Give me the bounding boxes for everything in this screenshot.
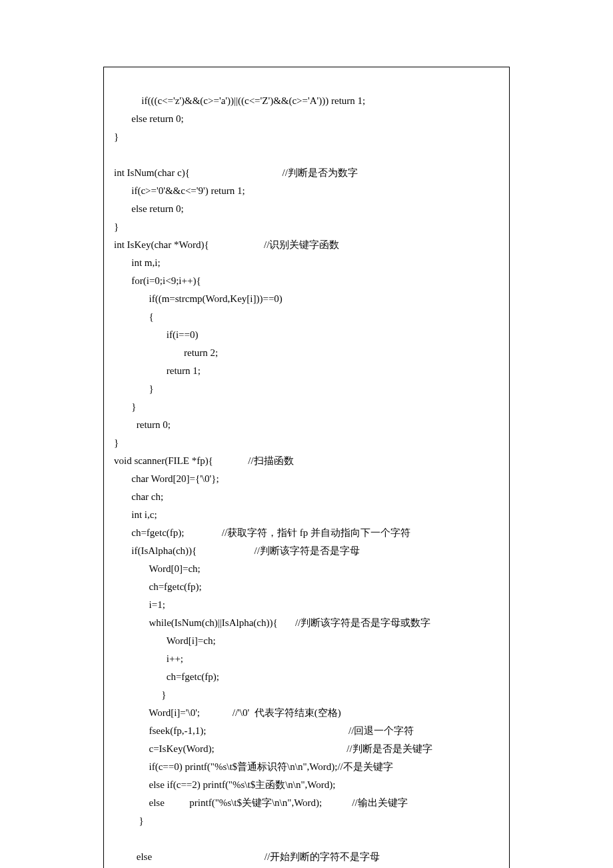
code-line: }	[114, 221, 119, 232]
code-line: void scanner(FILE *fp){ //扫描函数	[114, 455, 294, 466]
code-line: else return 0;	[114, 113, 184, 124]
code-line: while(IsNum(ch)||IsAlpha(ch)){ //判断该字符是否…	[114, 617, 430, 628]
code-line: if(i==0)	[114, 329, 199, 340]
code-line: if(c>='0'&&c<='9') return 1;	[114, 185, 245, 196]
code-line: else return 0;	[114, 203, 184, 214]
code-line: return 1;	[114, 365, 201, 376]
code-line: {	[114, 311, 154, 322]
code-line: else printf("%s\t$关键字\n\n",Word); //输出关键…	[114, 797, 408, 808]
code-line: ch=fgetc(fp); //获取字符，指针 fp 并自动指向下一个字符	[114, 527, 410, 538]
code-line: return 0;	[114, 419, 171, 430]
code-line: else if(c==2) printf("%s\t$主函数\n\n",Word…	[114, 779, 335, 790]
code-line: }	[114, 815, 144, 826]
code-line: int IsKey(char *Word){ //识别关键字函数	[114, 239, 339, 250]
code-line: c=IsKey(Word); //判断是否是关键字	[114, 743, 432, 754]
code-line: if((m=strcmp(Word,Key[i]))==0)	[114, 293, 283, 304]
code-line: Word[i]='\0'; //'\0' 代表字符结束(空格)	[114, 707, 341, 718]
code-line: }	[114, 131, 119, 142]
code-line: i++;	[114, 653, 183, 664]
code-line: ch=fgetc(fp);	[114, 671, 219, 682]
code-line: Word[i]=ch;	[114, 635, 216, 646]
code-listing-box: if(((c<='z')&&(c>='a'))||((c<='Z')&&(c>=…	[103, 67, 510, 868]
code-line: if(((c<='z')&&(c>='a'))||((c<='Z')&&(c>=…	[124, 95, 365, 106]
code-line: fseek(fp,-1,1); //回退一个字符	[114, 725, 414, 736]
code-line: if(IsAlpha(ch)){ //判断该字符是否是字母	[114, 545, 360, 556]
code-line: if(c==0) printf("%s\t$普通标识符\n\n",Word);/…	[114, 761, 393, 772]
code-line: int i,c;	[114, 509, 157, 520]
code-line: int IsNum(char c){ //判断是否为数字	[114, 167, 358, 178]
code-line: char ch;	[114, 491, 163, 502]
code-line: for(i=0;i<9;i++){	[114, 275, 201, 286]
code-line: char Word[20]={'\0'};	[114, 473, 219, 484]
code-line: int m,i;	[114, 257, 161, 268]
code-line: else //开始判断的字符不是字母	[114, 851, 380, 862]
code-line: }	[114, 401, 136, 412]
code-line: Word[0]=ch;	[114, 563, 201, 574]
code-line: ch=fgetc(fp);	[114, 581, 202, 592]
code-line: }	[114, 689, 166, 700]
code-line: }	[114, 383, 154, 394]
code-line: i=1;	[114, 599, 165, 610]
code-line: return 2;	[114, 347, 218, 358]
code-line: }	[114, 437, 119, 448]
document-page: if(((c<='z')&&(c>='a'))||((c<='Z')&&(c>=…	[0, 0, 613, 868]
